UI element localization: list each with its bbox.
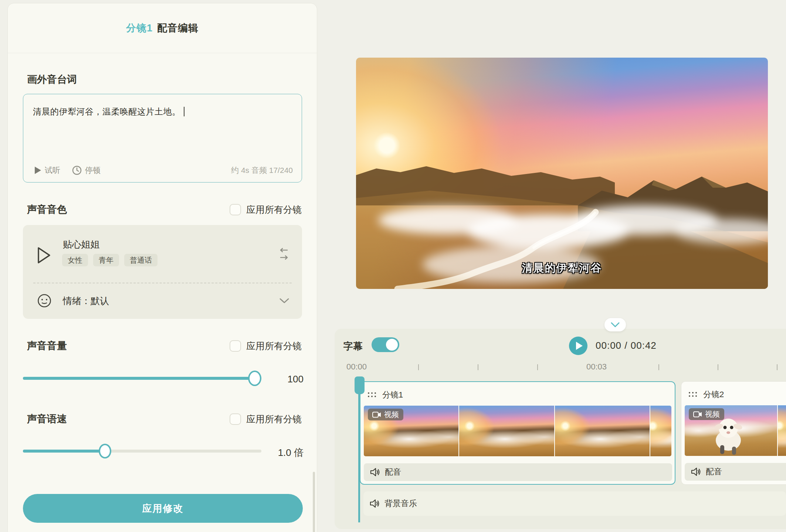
drag-handle-icon[interactable]: [368, 392, 376, 398]
video-thumbnail: 视频: [364, 406, 458, 456]
pause-insert-button[interactable]: 停顿: [72, 165, 101, 175]
ruler-tick: [537, 364, 538, 370]
clip-2-name: 分镜2: [703, 389, 724, 400]
emotion-value: 情绪：默认: [63, 295, 109, 307]
text-cursor: [184, 107, 184, 116]
subtitle-toggle[interactable]: [372, 337, 399, 352]
volume-value: 100: [267, 374, 304, 385]
video-scene-art: [356, 58, 768, 289]
video-thumbnail: [459, 406, 554, 456]
camera-icon: [372, 412, 381, 418]
speaker-icon: [691, 467, 701, 476]
collapse-timeline-button[interactable]: [604, 318, 626, 331]
video-thumbnail: [555, 406, 650, 456]
voice-tag-language: 普通话: [124, 254, 157, 266]
background-music-track[interactable]: 背景音乐: [363, 491, 786, 516]
panel-title-text: 配音编辑: [157, 21, 199, 35]
video-type-badge: 视频: [689, 408, 724, 420]
subtitle-toggle-label: 字幕: [343, 340, 363, 353]
clip-1-thumbnails[interactable]: 视频: [364, 406, 671, 456]
volume-apply-all-checkbox[interactable]: [230, 340, 241, 352]
volume-slider-thumb[interactable]: [248, 371, 261, 386]
voice-card[interactable]: 贴心姐姐 女性 青年 普通话 情绪：默认: [23, 225, 302, 319]
ruler-tick: [777, 364, 777, 370]
ruler-label-start: 00:00: [346, 362, 367, 372]
apply-changes-button[interactable]: 应用修改: [23, 494, 303, 523]
voice-edit-panel: 分镜1 配音编辑 画外音台词 清晨的伊犁河谷，温柔唤醒这片土地。 试听 停顿 约…: [7, 3, 317, 532]
timeline-play-button[interactable]: [569, 337, 587, 355]
play-icon: [34, 166, 41, 174]
ruler-tick: [478, 364, 478, 370]
speed-apply-all-checkbox[interactable]: [230, 413, 241, 425]
chevron-down-icon: [611, 322, 620, 328]
audio-length-counter: 约 4s 音频 17/240: [231, 165, 293, 175]
panel-scrollbar[interactable]: [313, 472, 315, 532]
timbre-section-label: 声音音色: [27, 203, 67, 216]
speaker-icon: [370, 468, 380, 477]
clip-2-dub-track[interactable]: 配音: [685, 463, 786, 481]
speed-apply-all-label: 应用所有分镜: [246, 413, 302, 425]
clip-1-dub-track[interactable]: 配音: [364, 463, 672, 481]
ruler-label-mid: 00:03: [586, 362, 607, 372]
change-voice-icon[interactable]: [277, 248, 289, 260]
voice-tag-age: 青年: [93, 254, 119, 266]
voice-preview-play-button[interactable]: [37, 246, 51, 264]
clip-2-thumbnails[interactable]: 视频: [685, 405, 786, 456]
emotion-selector[interactable]: 情绪：默认: [23, 283, 302, 318]
playhead-line: [358, 391, 360, 522]
play-icon: [576, 341, 583, 350]
clock-icon: [72, 166, 82, 175]
voiceover-text: 清晨的伊犁河谷，温柔唤醒这片土地。: [33, 107, 181, 116]
panel-title-shot: 分镜1: [126, 21, 153, 35]
clip-1-name: 分镜1: [382, 389, 403, 400]
audition-button[interactable]: 试听: [34, 165, 60, 175]
volume-slider[interactable]: [23, 371, 261, 386]
ruler-tick: [658, 364, 659, 370]
voice-tag-gender: 女性: [62, 254, 88, 266]
panel-title: 分镜1 配音编辑: [8, 3, 317, 53]
voiceover-textarea[interactable]: 清晨的伊犁河谷，温柔唤醒这片土地。 试听 停顿 约 4s 音频 17/240: [23, 94, 302, 183]
voice-name: 贴心姐姐: [63, 238, 100, 250]
ruler-tick: [418, 364, 419, 370]
chevron-down-icon: [279, 297, 289, 304]
timbre-apply-all-label: 应用所有分镜: [246, 204, 302, 216]
volume-section-label: 声音音量: [27, 339, 67, 352]
speed-section-label: 声音语速: [27, 412, 67, 426]
video-preview[interactable]: 清晨的伊犁河谷: [356, 58, 768, 289]
emotion-face-icon: [37, 293, 52, 308]
timeline-clip-2[interactable]: 分镜2 视频 配音: [681, 381, 786, 485]
speaker-icon: [370, 499, 380, 508]
time-display: 00:00 / 00:42: [596, 340, 657, 351]
video-thumbnail: [778, 405, 786, 456]
camera-icon: [693, 411, 702, 417]
timbre-apply-all-checkbox[interactable]: [230, 204, 241, 215]
speed-value: 1.0 倍: [267, 446, 304, 459]
ruler-tick: [718, 364, 718, 370]
speed-slider[interactable]: [23, 443, 261, 459]
volume-apply-all-label: 应用所有分镜: [246, 340, 302, 352]
lamb-video-thumbnail: 视频: [685, 405, 777, 456]
video-subtitle: 清晨的伊犁河谷: [356, 261, 768, 276]
voiceover-label: 画外音台词: [27, 73, 77, 86]
timeline-clip-1[interactable]: 分镜1 视频 配音: [360, 381, 675, 485]
speed-slider-thumb[interactable]: [99, 444, 111, 458]
drag-handle-icon[interactable]: [689, 392, 697, 397]
video-thumbnail: [650, 406, 671, 456]
video-type-badge: 视频: [368, 409, 403, 420]
